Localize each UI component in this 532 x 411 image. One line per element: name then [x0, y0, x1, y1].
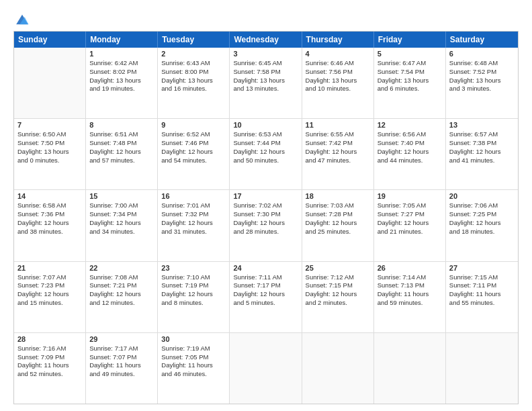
- day-number: 7: [17, 121, 82, 129]
- day-info-line: Sunrise: 7:02 AM: [233, 201, 298, 210]
- logo: [13, 12, 30, 24]
- header-day-tuesday: Tuesday: [158, 32, 230, 48]
- day-info-line: Sunset: 7:15 PM: [306, 281, 370, 290]
- day-cell-11: 11Sunrise: 6:55 AMSunset: 7:42 PMDayligh…: [302, 119, 374, 189]
- day-info-line: Daylight: 12 hours: [161, 290, 226, 299]
- header-day-friday: Friday: [374, 32, 446, 48]
- day-info-line: and 25 minutes.: [306, 228, 370, 236]
- day-info-line: Sunrise: 7:19 AM: [161, 345, 226, 353]
- day-info-line: Daylight: 12 hours: [89, 148, 154, 156]
- day-info-line: Sunset: 7:36 PM: [17, 210, 82, 219]
- day-number: 9: [161, 121, 226, 129]
- day-number: 3: [233, 50, 298, 58]
- day-cell-28: 28Sunrise: 7:16 AMSunset: 7:09 PMDayligh…: [14, 333, 86, 404]
- day-info-line: Sunrise: 6:45 AM: [233, 59, 298, 68]
- day-info-line: Daylight: 12 hours: [17, 290, 82, 299]
- day-number: 17: [233, 192, 298, 200]
- day-info-line: Sunrise: 7:14 AM: [378, 273, 442, 282]
- day-info-line: Daylight: 11 hours: [89, 361, 154, 370]
- page: SundayMondayTuesdayWednesdayThursdayFrid…: [0, 0, 532, 411]
- day-info-line: Daylight: 13 hours: [378, 77, 442, 85]
- day-info-line: Daylight: 12 hours: [378, 219, 442, 228]
- day-info-line: Sunset: 7:48 PM: [89, 139, 154, 148]
- day-info-line: Daylight: 12 hours: [161, 219, 226, 228]
- day-number: 22: [89, 264, 154, 272]
- day-info-line: Sunrise: 7:17 AM: [89, 345, 154, 353]
- day-cell-5: 5Sunrise: 6:47 AMSunset: 7:54 PMDaylight…: [374, 48, 446, 118]
- empty-cell: [302, 333, 374, 404]
- day-info-line: Sunrise: 6:56 AM: [378, 130, 442, 139]
- day-info-line: Sunrise: 6:47 AM: [378, 59, 442, 68]
- day-number: 12: [378, 121, 442, 129]
- day-info-line: Sunrise: 7:11 AM: [233, 273, 298, 282]
- day-info-line: Daylight: 12 hours: [306, 148, 370, 156]
- day-cell-15: 15Sunrise: 7:00 AMSunset: 7:34 PMDayligh…: [86, 190, 158, 261]
- day-info-line: Sunrise: 7:15 AM: [449, 273, 515, 282]
- day-info-line: Daylight: 12 hours: [449, 219, 515, 228]
- day-info-line: and 52 minutes.: [17, 370, 82, 379]
- day-info-line: Sunrise: 7:06 AM: [449, 201, 515, 210]
- day-info-line: Sunset: 7:13 PM: [378, 281, 442, 290]
- day-info-line: Sunrise: 7:16 AM: [17, 345, 82, 353]
- day-info-line: Daylight: 11 hours: [449, 290, 515, 299]
- day-info-line: and 31 minutes.: [161, 228, 226, 236]
- day-info-line: Sunset: 7:05 PM: [161, 353, 226, 362]
- day-info-line: Sunrise: 6:58 AM: [17, 201, 82, 210]
- day-info-line: Sunset: 7:56 PM: [306, 68, 370, 77]
- day-info-line: Daylight: 11 hours: [378, 290, 442, 299]
- calendar-row: 14Sunrise: 6:58 AMSunset: 7:36 PMDayligh…: [14, 190, 518, 261]
- day-number: 8: [89, 121, 154, 129]
- day-info-line: Daylight: 13 hours: [306, 77, 370, 85]
- day-number: 2: [161, 50, 226, 58]
- day-info-line: and 2 minutes.: [306, 299, 370, 308]
- day-info-line: Sunset: 7:11 PM: [449, 281, 515, 290]
- day-cell-25: 25Sunrise: 7:12 AMSunset: 7:15 PMDayligh…: [302, 262, 374, 332]
- day-info-line: Sunset: 7:27 PM: [378, 210, 442, 219]
- day-info-line: Sunrise: 7:08 AM: [89, 273, 154, 282]
- day-info-line: Daylight: 12 hours: [233, 148, 298, 156]
- empty-cell: [374, 333, 446, 404]
- day-info-line: Sunrise: 7:05 AM: [378, 201, 442, 210]
- day-info-line: and 50 minutes.: [233, 156, 298, 165]
- day-info-line: Sunset: 7:25 PM: [449, 210, 515, 219]
- day-info-line: and 16 minutes.: [161, 85, 226, 93]
- day-cell-29: 29Sunrise: 7:17 AMSunset: 7:07 PMDayligh…: [86, 333, 158, 404]
- day-info-line: Sunset: 7:07 PM: [89, 353, 154, 362]
- header-day-thursday: Thursday: [302, 32, 374, 48]
- day-number: 19: [378, 192, 442, 200]
- day-info-line: Sunrise: 6:52 AM: [161, 130, 226, 139]
- day-info-line: Sunset: 7:34 PM: [89, 210, 154, 219]
- day-info-line: Sunrise: 6:57 AM: [449, 130, 515, 139]
- day-info-line: Sunset: 7:58 PM: [233, 68, 298, 77]
- day-info-line: and 59 minutes.: [378, 299, 442, 308]
- day-info-line: and 21 minutes.: [378, 228, 442, 236]
- calendar: SundayMondayTuesdayWednesdayThursdayFrid…: [13, 31, 519, 404]
- day-cell-10: 10Sunrise: 6:53 AMSunset: 7:44 PMDayligh…: [230, 119, 302, 189]
- day-info-line: Sunrise: 7:12 AM: [306, 273, 370, 282]
- day-info-line: Sunset: 7:50 PM: [17, 139, 82, 148]
- day-cell-9: 9Sunrise: 6:52 AMSunset: 7:46 PMDaylight…: [158, 119, 230, 189]
- day-info-line: Sunrise: 7:00 AM: [89, 201, 154, 210]
- day-info-line: Daylight: 13 hours: [161, 77, 226, 85]
- day-info-line: Daylight: 13 hours: [233, 77, 298, 85]
- day-cell-19: 19Sunrise: 7:05 AMSunset: 7:27 PMDayligh…: [374, 190, 446, 261]
- day-info-line: Sunrise: 6:50 AM: [17, 130, 82, 139]
- day-info-line: Sunrise: 6:42 AM: [89, 59, 154, 68]
- day-info-line: Sunset: 7:42 PM: [306, 139, 370, 148]
- day-info-line: Daylight: 12 hours: [161, 148, 226, 156]
- day-number: 4: [306, 50, 370, 58]
- day-cell-22: 22Sunrise: 7:08 AMSunset: 7:21 PMDayligh…: [86, 262, 158, 332]
- day-info-line: and 18 minutes.: [449, 228, 515, 236]
- day-info-line: Sunset: 7:19 PM: [161, 281, 226, 290]
- day-cell-14: 14Sunrise: 6:58 AMSunset: 7:36 PMDayligh…: [14, 190, 86, 261]
- day-cell-8: 8Sunrise: 6:51 AMSunset: 7:48 PMDaylight…: [86, 119, 158, 189]
- logo-icon: [15, 12, 30, 27]
- calendar-row: 21Sunrise: 7:07 AMSunset: 7:23 PMDayligh…: [14, 262, 518, 333]
- day-info-line: and 8 minutes.: [161, 299, 226, 308]
- day-info-line: Daylight: 13 hours: [89, 77, 154, 85]
- day-info-line: Sunset: 7:52 PM: [449, 68, 515, 77]
- day-cell-23: 23Sunrise: 7:10 AMSunset: 7:19 PMDayligh…: [158, 262, 230, 332]
- day-info-line: Sunrise: 6:53 AM: [233, 130, 298, 139]
- day-cell-26: 26Sunrise: 7:14 AMSunset: 7:13 PMDayligh…: [374, 262, 446, 332]
- day-number: 5: [378, 50, 442, 58]
